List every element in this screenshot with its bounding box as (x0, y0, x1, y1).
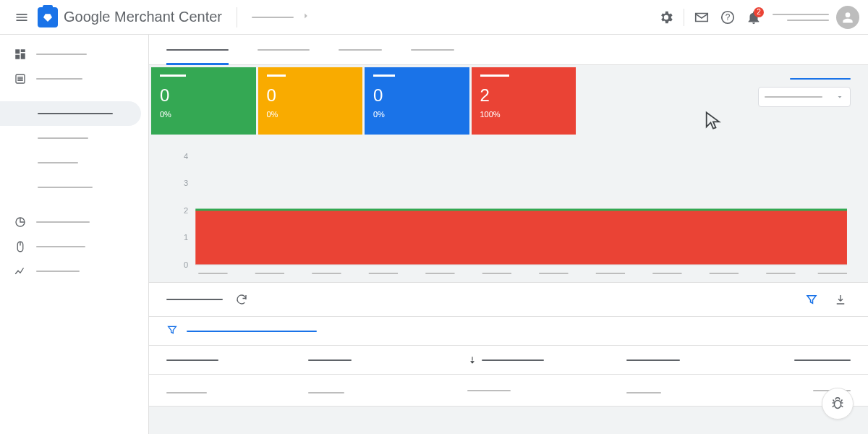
tab-bar (149, 35, 868, 65)
issues-table-header (149, 346, 868, 375)
col-header-4[interactable] (626, 359, 771, 361)
tab-1[interactable] (166, 35, 229, 65)
tab-4[interactable] (411, 35, 454, 65)
notification-badge: 2 (754, 7, 764, 17)
y-tick-2: 2 (184, 206, 188, 215)
status-tile-row: 0 0% 0 0% 0 0% 2 (149, 65, 576, 135)
refresh-button[interactable] (231, 289, 252, 310)
app-logo[interactable]: Google Merchant Center (38, 7, 222, 27)
avatar[interactable] (836, 6, 859, 29)
active-filter-row (149, 317, 868, 346)
sidebar-item-products[interactable] (0, 67, 148, 91)
feedback-bug-button[interactable] (822, 388, 854, 420)
mouse-cursor-icon (703, 110, 723, 130)
col-header-2[interactable] (308, 359, 467, 361)
sidebar-nav (0, 35, 149, 434)
mail-icon[interactable] (689, 4, 715, 30)
status-over-time-chart: 0 1 2 3 4 (149, 135, 868, 291)
help-icon[interactable]: ? (715, 4, 741, 30)
download-button[interactable] (830, 289, 851, 310)
trend-icon (13, 265, 27, 278)
sidebar-item-reports1[interactable] (0, 210, 148, 234)
tab-2[interactable] (258, 35, 310, 65)
status-tile-pending[interactable]: 0 0% (365, 67, 469, 135)
pie-icon (13, 216, 27, 229)
dashboard-icon (13, 48, 27, 61)
hamburger-menu-button[interactable] (9, 4, 35, 30)
svg-point-19 (834, 400, 841, 408)
sidebar-item-performance[interactable] (0, 259, 148, 284)
divider (237, 7, 237, 27)
col-header-1[interactable] (149, 359, 308, 361)
y-tick-3: 3 (184, 179, 188, 188)
divider (684, 9, 684, 26)
account-switcher[interactable] (773, 6, 859, 29)
status-tile-active[interactable]: 0 0% (151, 67, 256, 135)
svg-text:?: ? (726, 12, 731, 22)
toolbar-title (166, 299, 223, 300)
list-icon (13, 72, 27, 85)
accent-line (790, 78, 851, 80)
breadcrumb[interactable] (252, 11, 311, 23)
status-tile-disapproved[interactable]: 2 100% (472, 67, 576, 135)
y-tick-0: 0 (184, 260, 188, 269)
date-range-select[interactable] (758, 87, 851, 107)
notifications-bell-icon[interactable]: 2 (741, 4, 767, 30)
mouse-icon (13, 240, 27, 253)
settings-gear-icon[interactable] (653, 4, 679, 30)
caret-down-icon (835, 93, 844, 101)
chevron-right-icon (301, 11, 311, 23)
table-row[interactable] (149, 375, 868, 407)
sidebar-sub-item-3[interactable] (0, 150, 148, 175)
main-content: 0 0% 0 0% 0 0% 2 (149, 35, 868, 434)
filter-button[interactable] (801, 289, 822, 310)
sidebar-item-diagnostics[interactable] (0, 101, 141, 126)
merchant-tag-icon (38, 7, 58, 27)
chart-controls (576, 65, 868, 135)
sidebar-sub-item-4[interactable] (0, 175, 148, 200)
filter-chip-label[interactable] (187, 331, 317, 332)
series-active (195, 209, 847, 211)
status-tile-expiring[interactable]: 0 0% (258, 67, 363, 135)
sidebar-sub-item-2[interactable] (0, 126, 148, 150)
app-title: Google Merchant Center (64, 9, 222, 25)
sidebar-item-overview[interactable] (0, 42, 148, 67)
app-header: Google Merchant Center ? 2 (0, 0, 868, 35)
col-header-3[interactable] (467, 355, 626, 365)
sort-desc-icon (467, 355, 477, 365)
series-disapproved (195, 210, 847, 265)
tab-3[interactable] (339, 35, 382, 65)
y-tick-4: 4 (184, 152, 188, 161)
col-header-5[interactable] (771, 359, 868, 361)
sidebar-item-reports2[interactable] (0, 234, 148, 259)
filter-chip-icon[interactable] (166, 324, 178, 338)
y-tick-1: 1 (184, 234, 188, 242)
